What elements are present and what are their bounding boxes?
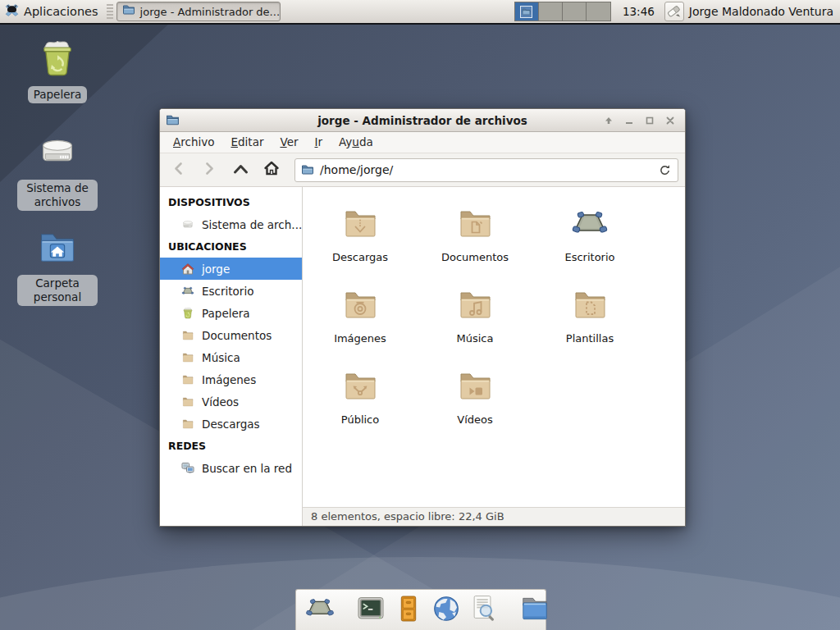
sidebar-item-label: Vídeos bbox=[202, 395, 239, 409]
home-folder-icon bbox=[36, 226, 79, 272]
home-icon bbox=[263, 160, 280, 180]
user-menu-button[interactable]: Jorge Maldonado Ventura bbox=[664, 1, 833, 22]
forward-button[interactable] bbox=[194, 157, 224, 183]
tasklist-grip bbox=[107, 4, 113, 19]
up-icon bbox=[233, 162, 249, 178]
hard-drive-icon bbox=[36, 131, 79, 177]
panel-clock[interactable]: 13:46 bbox=[623, 5, 655, 18]
dock-show-desktop[interactable] bbox=[304, 593, 336, 628]
xfce-logo-icon bbox=[5, 3, 19, 21]
file-cabinet-icon bbox=[393, 593, 424, 628]
close-button[interactable] bbox=[662, 112, 678, 129]
desktop-icon-sistema-de-archivos[interactable]: Sistema de archivos bbox=[15, 131, 100, 211]
file-manager-icon bbox=[519, 593, 550, 628]
file-label: Documentos bbox=[426, 251, 524, 263]
logout-eraser-icon bbox=[666, 2, 682, 21]
maximize-button[interactable] bbox=[641, 112, 658, 129]
workspace-3[interactable] bbox=[563, 2, 587, 21]
menu-ayuda[interactable]: Ayuda bbox=[331, 132, 381, 153]
dock-file-cabinet[interactable] bbox=[393, 593, 424, 628]
window-titlebar[interactable]: jorge - Administrador de archivos bbox=[160, 109, 685, 132]
dock-terminal[interactable] bbox=[355, 593, 386, 628]
file-escritorio[interactable]: Escritorio bbox=[541, 204, 639, 285]
task-window-icon bbox=[122, 3, 135, 20]
workspace-1[interactable] bbox=[515, 2, 539, 21]
status-bar: 8 elementos, espacio libre: 22,4 GiB bbox=[303, 507, 685, 526]
file-grid: DescargasDocumentosEscritorioImágenesMús… bbox=[303, 187, 685, 507]
file-label: Descargas bbox=[311, 251, 409, 263]
window-controls bbox=[600, 112, 685, 129]
sidebar-item-sistema-de-arch[interactable]: Sistema de arch... bbox=[160, 213, 302, 235]
forward-icon bbox=[203, 162, 216, 179]
menu-ir[interactable]: Ir bbox=[307, 132, 331, 153]
back-button[interactable] bbox=[163, 157, 193, 183]
app-finder-icon bbox=[468, 593, 500, 628]
top-panel: Aplicaciones jorge - Administrador de...… bbox=[0, 0, 840, 25]
sidebar-item-musica[interactable]: Música bbox=[160, 346, 302, 368]
file-label: Música bbox=[426, 332, 524, 345]
file-publico[interactable]: Público bbox=[311, 367, 409, 448]
desktop-icon-papelera[interactable]: Papelera bbox=[15, 38, 100, 103]
web-browser-icon bbox=[431, 593, 462, 628]
file-videos[interactable]: Vídeos bbox=[426, 367, 524, 448]
window-icon bbox=[166, 113, 180, 127]
file-imagenes[interactable]: Imágenes bbox=[311, 285, 409, 367]
menu-editar[interactable]: Editar bbox=[222, 132, 272, 153]
terminal-icon bbox=[355, 593, 386, 628]
desktop-icon bbox=[570, 231, 609, 247]
desktop-icon-carpeta-personal[interactable]: Carpeta personal bbox=[15, 226, 100, 306]
folder-icon bbox=[181, 418, 194, 431]
workspace-4[interactable] bbox=[587, 2, 610, 21]
applications-menu-label: Aplicaciones bbox=[24, 5, 98, 18]
sidebar-item-label: Imágenes bbox=[202, 373, 256, 386]
dock-web-browser[interactable] bbox=[431, 593, 462, 628]
file-documentos[interactable]: Documentos bbox=[426, 204, 524, 285]
sidebar-item-label: Descargas bbox=[202, 418, 260, 431]
path-folder-icon bbox=[301, 163, 314, 176]
folder-pictures-icon bbox=[340, 313, 380, 328]
menu-ver[interactable]: Ver bbox=[272, 132, 306, 153]
home-icon bbox=[181, 262, 194, 276]
up-button[interactable] bbox=[226, 157, 255, 183]
sidebar-item-imagenes[interactable]: Imágenes bbox=[160, 368, 302, 390]
sidebar-item-label: jorge bbox=[202, 262, 230, 276]
file-plantillas[interactable]: Plantillas bbox=[541, 285, 639, 367]
reload-button[interactable] bbox=[659, 164, 671, 176]
network-icon bbox=[181, 462, 194, 475]
folder-public-icon bbox=[340, 394, 380, 409]
menu-bar: ArchivoEditarVerIrAyuda bbox=[160, 132, 685, 153]
sidebar-item-jorge[interactable]: jorge bbox=[160, 258, 302, 280]
workspace-2[interactable] bbox=[539, 2, 563, 21]
file-label: Vídeos bbox=[426, 413, 524, 426]
dock-app-finder[interactable] bbox=[468, 593, 500, 628]
sidebar-item-buscar-en-la-red[interactable]: Buscar en la red bbox=[160, 457, 302, 479]
sidebar-item-videos[interactable]: Vídeos bbox=[160, 390, 302, 413]
file-label: Imágenes bbox=[311, 332, 409, 345]
folder-downloads-icon bbox=[340, 231, 380, 247]
taskbar-window-button[interactable]: jorge - Administrador de... bbox=[116, 2, 281, 21]
file-descargas[interactable]: Descargas bbox=[311, 204, 409, 285]
menu-archivo[interactable]: Archivo bbox=[165, 132, 222, 153]
sidebar-item-descargas[interactable]: Descargas bbox=[160, 413, 302, 435]
path-input[interactable]: /home/jorge/ bbox=[294, 158, 678, 182]
sidebar: DISPOSITIVOSSistema de arch...UBICACIONE… bbox=[160, 187, 303, 526]
minimize-button[interactable] bbox=[621, 112, 637, 129]
dock-file-manager[interactable] bbox=[519, 593, 550, 628]
applications-menu-button[interactable]: Aplicaciones bbox=[0, 0, 107, 23]
sidebar-item-label: Documentos bbox=[202, 329, 272, 342]
file-manager-window: jorge - Administrador de archivos Archiv… bbox=[159, 108, 686, 527]
sidebar-item-escritorio[interactable]: Escritorio bbox=[160, 280, 302, 302]
home-button[interactable] bbox=[257, 157, 286, 183]
back-icon bbox=[172, 162, 185, 179]
file-musica[interactable]: Música bbox=[426, 285, 524, 367]
sidebar-item-papelera[interactable]: Papelera bbox=[160, 302, 302, 324]
sidebar-item-label: Buscar en la red bbox=[202, 462, 292, 475]
file-label: Público bbox=[311, 413, 409, 426]
sidebar-header-ubicaciones: UBICACIONES bbox=[160, 235, 302, 258]
folder-videos-icon bbox=[455, 394, 495, 409]
shade-button[interactable] bbox=[600, 112, 617, 129]
sidebar-item-label: Escritorio bbox=[202, 285, 253, 298]
desktop-icon-label: Sistema de archivos bbox=[17, 180, 98, 211]
main-pane: DescargasDocumentosEscritorioImágenesMús… bbox=[303, 187, 685, 526]
sidebar-item-documentos[interactable]: Documentos bbox=[160, 324, 302, 346]
